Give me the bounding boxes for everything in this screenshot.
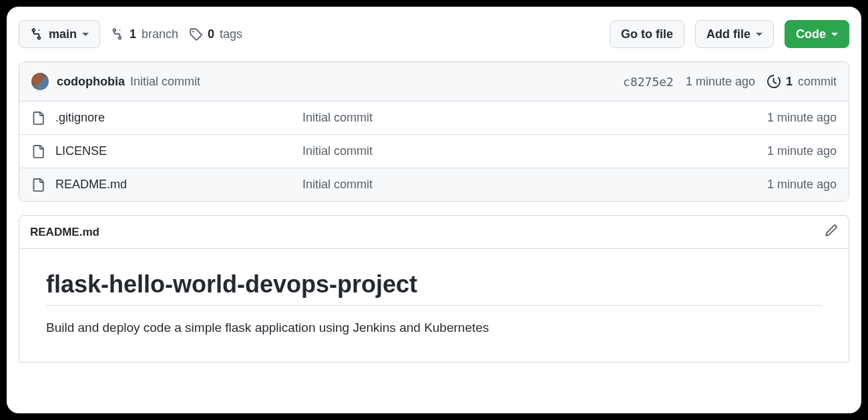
readme-body: flask-hello-world-devops-project Build a…: [19, 249, 849, 362]
go-to-file-button[interactable]: Go to file: [610, 20, 684, 48]
divider: [46, 305, 822, 306]
add-file-label: Add file: [706, 27, 750, 41]
commits-history-link[interactable]: 1 commit: [767, 75, 837, 89]
readme-description: Build and deploy code a simple flask app…: [46, 321, 822, 335]
commit-author-link[interactable]: codophobia: [57, 75, 125, 89]
repo-toolbar: main 1 branch 0 tags Go to file Add file…: [19, 20, 849, 48]
file-link[interactable]: LICENSE: [55, 144, 302, 158]
code-label: Code: [796, 27, 826, 41]
readme-header: README.md: [19, 216, 849, 249]
file-age: 1 minute ago: [703, 144, 837, 158]
commits-count: 1: [786, 75, 793, 89]
go-to-file-label: Go to file: [621, 27, 673, 41]
branches-link[interactable]: 1 branch: [111, 27, 178, 41]
file-age: 1 minute ago: [703, 178, 837, 192]
avatar[interactable]: [31, 73, 49, 90]
readme-title: flask-hello-world-devops-project: [46, 270, 822, 298]
file-commit-message[interactable]: Initial commit: [302, 144, 703, 158]
file-icon: [31, 112, 45, 125]
tags-link[interactable]: 0 tags: [189, 27, 242, 41]
caret-down-icon: [831, 33, 838, 36]
table-row: README.md Initial commit 1 minute ago: [19, 168, 849, 201]
git-branch-icon: [30, 27, 43, 41]
commit-age: 1 minute ago: [686, 75, 755, 89]
file-icon: [31, 178, 45, 192]
table-row: LICENSE Initial commit 1 minute ago: [19, 135, 849, 168]
tag-count: 0: [208, 27, 214, 41]
branch-picker-button[interactable]: main: [19, 20, 100, 48]
caret-down-icon: [82, 33, 89, 36]
latest-commit-bar: codophobia Initial commit c8275e2 1 minu…: [19, 62, 849, 101]
file-listing: codophobia Initial commit c8275e2 1 minu…: [19, 61, 849, 202]
file-link[interactable]: .gitignore: [55, 111, 302, 125]
file-age: 1 minute ago: [703, 111, 837, 125]
history-icon: [767, 75, 781, 88]
code-button[interactable]: Code: [785, 20, 849, 48]
file-commit-message[interactable]: Initial commit: [302, 178, 703, 192]
table-row: .gitignore Initial commit 1 minute ago: [19, 101, 849, 135]
repo-view: main 1 branch 0 tags Go to file Add file…: [7, 7, 861, 413]
git-branch-icon: [111, 27, 124, 41]
commits-word: commit: [798, 75, 837, 89]
commit-message-link[interactable]: Initial commit: [130, 75, 200, 89]
file-link[interactable]: README.md: [55, 178, 302, 192]
branch-picker-label: main: [49, 27, 77, 41]
readme-filename[interactable]: README.md: [30, 226, 99, 239]
tag-icon: [189, 27, 202, 41]
add-file-button[interactable]: Add file: [695, 20, 774, 48]
branch-count-word: branch: [142, 27, 178, 41]
edit-readme-button[interactable]: [825, 224, 838, 240]
readme-box: README.md flask-hello-world-devops-proje…: [19, 215, 849, 363]
file-commit-message[interactable]: Initial commit: [302, 111, 703, 125]
tag-count-word: tags: [220, 27, 242, 41]
commit-meta: c8275e2 1 minute ago 1 commit: [623, 75, 837, 89]
commit-sha-link[interactable]: c8275e2: [623, 75, 674, 89]
caret-down-icon: [756, 33, 763, 36]
pencil-icon: [825, 224, 838, 237]
branch-count: 1: [130, 27, 136, 41]
file-icon: [31, 145, 45, 158]
